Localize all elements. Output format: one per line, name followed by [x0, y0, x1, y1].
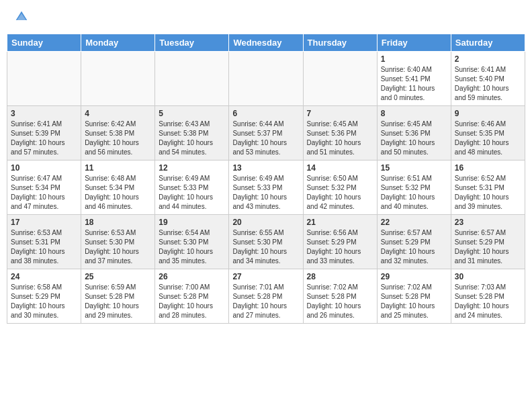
calendar-cell: 7Sunrise: 6:45 AM Sunset: 5:36 PM Daylig…: [303, 106, 377, 161]
calendar-cell: 25Sunrise: 6:59 AM Sunset: 5:28 PM Dayli…: [81, 269, 155, 324]
calendar-cell: 30Sunrise: 7:03 AM Sunset: 5:28 PM Dayli…: [451, 269, 525, 324]
day-info: Sunrise: 6:52 AM Sunset: 5:31 PM Dayligh…: [455, 174, 521, 212]
day-info: Sunrise: 6:53 AM Sunset: 5:30 PM Dayligh…: [85, 228, 151, 266]
day-info: Sunrise: 6:55 AM Sunset: 5:30 PM Dayligh…: [232, 228, 299, 266]
calendar-cell: [7, 52, 81, 106]
day-info: Sunrise: 6:50 AM Sunset: 5:32 PM Dayligh…: [307, 174, 373, 212]
weekday-header-saturday: Saturday: [451, 34, 525, 52]
calendar-cell: 11Sunrise: 6:48 AM Sunset: 5:34 PM Dayli…: [81, 161, 155, 215]
calendar-cell: 5Sunrise: 6:43 AM Sunset: 5:38 PM Daylig…: [155, 106, 229, 161]
day-number: 18: [85, 218, 151, 227]
logo: [13, 10, 28, 24]
day-info: Sunrise: 6:57 AM Sunset: 5:29 PM Dayligh…: [455, 228, 521, 266]
day-info: Sunrise: 6:43 AM Sunset: 5:38 PM Dayligh…: [159, 120, 225, 157]
calendar-cell: 17Sunrise: 6:53 AM Sunset: 5:31 PM Dayli…: [7, 215, 81, 269]
day-number: 11: [85, 163, 151, 173]
day-number: 30: [455, 272, 521, 281]
day-number: 9: [455, 109, 521, 118]
day-number: 12: [159, 163, 225, 173]
calendar-cell: 27Sunrise: 7:01 AM Sunset: 5:28 PM Dayli…: [229, 269, 303, 324]
calendar-cell: 2Sunrise: 6:41 AM Sunset: 5:40 PM Daylig…: [451, 52, 525, 106]
calendar-cell: 12Sunrise: 6:49 AM Sunset: 5:33 PM Dayli…: [155, 161, 229, 215]
day-info: Sunrise: 6:45 AM Sunset: 5:36 PM Dayligh…: [307, 120, 373, 157]
calendar-cell: 20Sunrise: 6:55 AM Sunset: 5:30 PM Dayli…: [229, 215, 303, 269]
day-number: 21: [307, 218, 373, 227]
day-number: 23: [455, 218, 521, 227]
day-number: 2: [455, 54, 521, 64]
calendar-week-row: 1Sunrise: 6:40 AM Sunset: 5:41 PM Daylig…: [7, 52, 525, 106]
calendar-table: SundayMondayTuesdayWednesdayThursdayFrid…: [7, 34, 525, 324]
calendar-cell: [229, 52, 303, 106]
day-number: 14: [307, 163, 373, 173]
day-number: 10: [11, 163, 77, 173]
calendar-cell: [303, 52, 377, 106]
weekday-header-monday: Monday: [81, 34, 155, 52]
day-info: Sunrise: 6:53 AM Sunset: 5:31 PM Dayligh…: [11, 228, 77, 266]
day-info: Sunrise: 6:47 AM Sunset: 5:34 PM Dayligh…: [11, 174, 77, 212]
calendar-cell: 1Sunrise: 6:40 AM Sunset: 5:41 PM Daylig…: [377, 52, 451, 106]
day-info: Sunrise: 6:42 AM Sunset: 5:38 PM Dayligh…: [85, 120, 151, 157]
day-info: Sunrise: 6:45 AM Sunset: 5:36 PM Dayligh…: [381, 120, 447, 157]
day-info: Sunrise: 6:41 AM Sunset: 5:40 PM Dayligh…: [455, 65, 521, 103]
calendar-cell: 24Sunrise: 6:58 AM Sunset: 5:29 PM Dayli…: [7, 269, 81, 324]
calendar-week-row: 10Sunrise: 6:47 AM Sunset: 5:34 PM Dayli…: [7, 161, 525, 215]
calendar-cell: 23Sunrise: 6:57 AM Sunset: 5:29 PM Dayli…: [451, 215, 525, 269]
day-number: 26: [159, 272, 225, 281]
day-number: 24: [11, 272, 77, 281]
day-info: Sunrise: 6:57 AM Sunset: 5:29 PM Dayligh…: [381, 228, 447, 266]
calendar-cell: 16Sunrise: 6:52 AM Sunset: 5:31 PM Dayli…: [451, 161, 525, 215]
calendar-cell: 22Sunrise: 6:57 AM Sunset: 5:29 PM Dayli…: [377, 215, 451, 269]
calendar-cell: 19Sunrise: 6:54 AM Sunset: 5:30 PM Dayli…: [155, 215, 229, 269]
day-info: Sunrise: 6:54 AM Sunset: 5:30 PM Dayligh…: [159, 228, 225, 266]
day-number: 7: [307, 109, 373, 118]
calendar-cell: 21Sunrise: 6:56 AM Sunset: 5:29 PM Dayli…: [303, 215, 377, 269]
day-number: 8: [381, 109, 447, 118]
calendar-cell: [155, 52, 229, 106]
calendar-cell: 9Sunrise: 6:46 AM Sunset: 5:35 PM Daylig…: [451, 106, 525, 161]
calendar-cell: 10Sunrise: 6:47 AM Sunset: 5:34 PM Dayli…: [7, 161, 81, 215]
calendar-header-row: SundayMondayTuesdayWednesdayThursdayFrid…: [7, 34, 525, 52]
day-number: 20: [232, 218, 299, 227]
day-info: Sunrise: 7:00 AM Sunset: 5:28 PM Dayligh…: [159, 283, 225, 320]
day-info: Sunrise: 6:40 AM Sunset: 5:41 PM Dayligh…: [381, 65, 447, 103]
calendar-cell: 26Sunrise: 7:00 AM Sunset: 5:28 PM Dayli…: [155, 269, 229, 324]
calendar-cell: 6Sunrise: 6:44 AM Sunset: 5:37 PM Daylig…: [229, 106, 303, 161]
calendar-cell: 29Sunrise: 7:02 AM Sunset: 5:28 PM Dayli…: [377, 269, 451, 324]
day-number: 25: [85, 272, 151, 281]
day-info: Sunrise: 6:58 AM Sunset: 5:29 PM Dayligh…: [11, 283, 77, 320]
day-number: 6: [232, 109, 299, 118]
day-info: Sunrise: 6:44 AM Sunset: 5:37 PM Dayligh…: [232, 120, 299, 157]
day-number: 17: [11, 218, 77, 227]
day-number: 5: [159, 109, 225, 118]
day-number: 13: [232, 163, 299, 173]
calendar-cell: 15Sunrise: 6:51 AM Sunset: 5:32 PM Dayli…: [377, 161, 451, 215]
calendar-week-row: 3Sunrise: 6:41 AM Sunset: 5:39 PM Daylig…: [7, 106, 525, 161]
calendar-cell: 8Sunrise: 6:45 AM Sunset: 5:36 PM Daylig…: [377, 106, 451, 161]
day-number: 3: [11, 109, 77, 118]
calendar-week-row: 17Sunrise: 6:53 AM Sunset: 5:31 PM Dayli…: [7, 215, 525, 269]
calendar-cell: 13Sunrise: 6:49 AM Sunset: 5:33 PM Dayli…: [229, 161, 303, 215]
weekday-header-sunday: Sunday: [7, 34, 81, 52]
day-number: 29: [381, 272, 447, 281]
weekday-header-thursday: Thursday: [303, 34, 377, 52]
page-header: [7, 7, 525, 27]
day-number: 28: [307, 272, 373, 281]
day-number: 19: [159, 218, 225, 227]
day-number: 1: [381, 54, 447, 64]
day-info: Sunrise: 7:01 AM Sunset: 5:28 PM Dayligh…: [232, 283, 299, 320]
calendar-week-row: 24Sunrise: 6:58 AM Sunset: 5:29 PM Dayli…: [7, 269, 525, 324]
day-info: Sunrise: 6:41 AM Sunset: 5:39 PM Dayligh…: [11, 120, 77, 157]
calendar-cell: 18Sunrise: 6:53 AM Sunset: 5:30 PM Dayli…: [81, 215, 155, 269]
calendar-cell: 4Sunrise: 6:42 AM Sunset: 5:38 PM Daylig…: [81, 106, 155, 161]
day-number: 22: [381, 218, 447, 227]
day-number: 16: [455, 163, 521, 173]
day-info: Sunrise: 6:59 AM Sunset: 5:28 PM Dayligh…: [85, 283, 151, 320]
calendar-cell: 14Sunrise: 6:50 AM Sunset: 5:32 PM Dayli…: [303, 161, 377, 215]
day-number: 4: [85, 109, 151, 118]
calendar-cell: 28Sunrise: 7:02 AM Sunset: 5:28 PM Dayli…: [303, 269, 377, 324]
day-info: Sunrise: 7:02 AM Sunset: 5:28 PM Dayligh…: [381, 283, 447, 320]
day-info: Sunrise: 7:02 AM Sunset: 5:28 PM Dayligh…: [307, 283, 373, 320]
day-info: Sunrise: 6:48 AM Sunset: 5:34 PM Dayligh…: [85, 174, 151, 212]
day-number: 15: [381, 163, 447, 173]
calendar-cell: 3Sunrise: 6:41 AM Sunset: 5:39 PM Daylig…: [7, 106, 81, 161]
